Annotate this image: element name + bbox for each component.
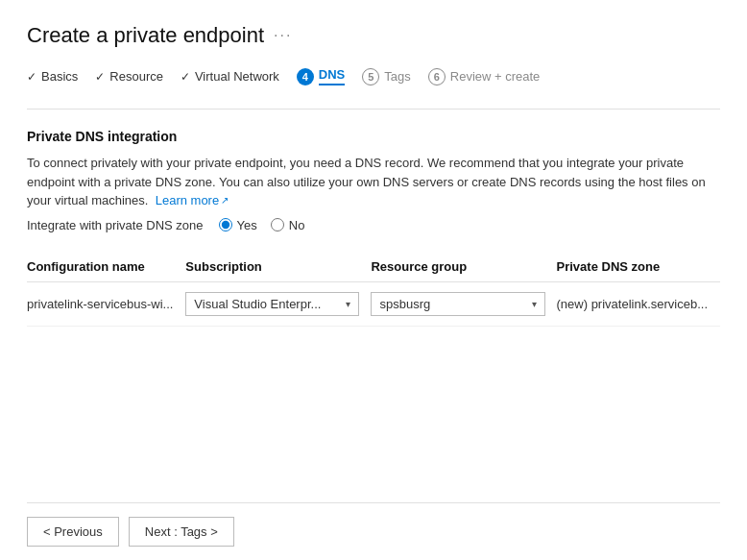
content-area: Private DNS integration To connect priva… (27, 109, 720, 502)
integrate-row: Integrate with private DNS zone Yes No (27, 218, 720, 232)
ellipsis-menu: ··· (274, 27, 292, 44)
col-config-name: Configuration name (27, 252, 185, 282)
resource-group-chevron: ▾ (532, 299, 537, 309)
col-private-dns-zone: Private DNS zone (557, 252, 720, 282)
radio-no[interactable]: No (271, 218, 305, 232)
learn-more-link[interactable]: Learn more ↗ (156, 191, 229, 210)
integrate-label: Integrate with private DNS zone (27, 218, 204, 232)
table-row: privatelink-servicebus-wi... Visual Stud… (27, 281, 720, 326)
step-vnet-check: ✓ (181, 70, 190, 84)
radio-yes-input[interactable] (219, 218, 232, 231)
step-basics[interactable]: ✓ Basics (27, 69, 78, 84)
dns-table: Configuration name Subscription Resource… (27, 252, 720, 327)
wizard-steps: ✓ Basics ✓ Resource ✓ Virtual Network 4 … (27, 67, 720, 85)
section-title: Private DNS integration (27, 129, 720, 144)
col-subscription: Subscription (185, 252, 371, 282)
next-button[interactable]: Next : Tags > (129, 517, 234, 547)
step-review-label: Review + create (450, 69, 541, 84)
step-basics-label: Basics (41, 69, 78, 84)
cell-private-dns-zone: (new) privatelink.serviceb... (557, 281, 720, 326)
step-dns-label: DNS (319, 67, 345, 85)
cell-config-name: privatelink-servicebus-wi... (27, 281, 185, 326)
cell-resource-group[interactable]: spsbusrg ▾ (371, 281, 556, 326)
subscription-dropdown[interactable]: Visual Studio Enterpr... ▾ (185, 292, 359, 316)
col-resource-group: Resource group (371, 252, 556, 282)
step-review-circle: 6 (428, 68, 446, 85)
step-review-create[interactable]: 6 Review + create (428, 68, 541, 85)
step-dns[interactable]: 4 DNS (297, 67, 345, 85)
subscription-chevron: ▾ (346, 299, 350, 309)
step-vnet-label: Virtual Network (195, 69, 279, 84)
page-title: Create a private endpoint (27, 23, 264, 48)
radio-yes[interactable]: Yes (219, 218, 257, 232)
previous-button[interactable]: < Previous (27, 517, 119, 547)
step-resource-label: Resource (109, 69, 163, 84)
footer: < Previous Next : Tags > (27, 502, 720, 560)
external-link-icon: ↗ (221, 193, 229, 207)
step-resource-check: ✓ (95, 70, 105, 84)
cell-subscription[interactable]: Visual Studio Enterpr... ▾ (185, 281, 371, 326)
description-text: To connect privately with your private e… (27, 154, 718, 210)
radio-no-input[interactable] (271, 218, 284, 231)
step-tags-label: Tags (384, 69, 410, 84)
step-tags-circle: 5 (362, 68, 379, 85)
step-dns-circle: 4 (297, 68, 314, 85)
step-basics-check: ✓ (27, 70, 36, 84)
resource-group-dropdown[interactable]: spsbusrg ▾ (371, 292, 544, 316)
step-virtual-network[interactable]: ✓ Virtual Network (181, 69, 279, 84)
step-tags[interactable]: 5 Tags (362, 68, 410, 85)
step-resource[interactable]: ✓ Resource (95, 69, 163, 84)
radio-group: Yes No (219, 218, 305, 232)
